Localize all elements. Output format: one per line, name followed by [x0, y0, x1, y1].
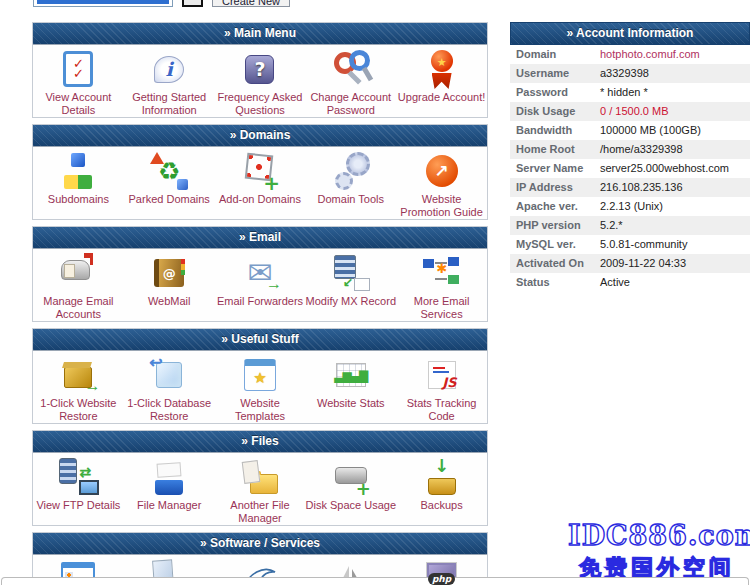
- keys-icon[interactable]: [329, 49, 373, 89]
- menu-item-label[interactable]: More Email Services: [396, 295, 487, 320]
- selected-text-highlight: [37, 0, 169, 4]
- menu-item[interactable]: ▃▆▄▇Website Stats: [305, 351, 396, 423]
- address-book-icon[interactable]: @: [147, 253, 191, 293]
- checklist-icon[interactable]: ✓ ✓: [56, 49, 100, 89]
- account-info-panel: » Account Information Domainhotphoto.com…: [510, 22, 750, 292]
- menu-item-label[interactable]: View Account Details: [33, 91, 124, 116]
- go-button[interactable]: [182, 0, 203, 7]
- menu-item[interactable]: ?Frequency Asked Questions: [215, 45, 306, 117]
- menu-item-label[interactable]: Subdomains: [33, 193, 124, 206]
- menu-item[interactable]: Another File Manager: [215, 453, 306, 525]
- menu-item-label[interactable]: Getting Started Information: [124, 91, 215, 116]
- section-header: » Domains: [33, 125, 487, 147]
- network-cube-plus-icon[interactable]: +: [238, 151, 282, 191]
- database-cube-icon[interactable]: [147, 355, 191, 395]
- menu-item[interactable]: View FTP Details: [33, 453, 124, 525]
- menu-item-label[interactable]: Domain Tools: [305, 193, 396, 206]
- menu-item[interactable]: 1-Click Website Restore: [33, 351, 124, 423]
- info-label: PHP version: [510, 216, 600, 235]
- menu-item[interactable]: ★Upgrade Account!: [396, 45, 487, 117]
- ftp-server-icon[interactable]: [56, 457, 100, 497]
- mail-server-icon[interactable]: [329, 253, 373, 293]
- menu-item[interactable]: 1-Click Database Restore: [124, 351, 215, 423]
- menu-item[interactable]: +Add-on Domains: [215, 147, 306, 219]
- backup-box-icon[interactable]: ↓: [420, 457, 464, 497]
- menu-item-label[interactable]: 1-Click Website Restore: [33, 397, 124, 422]
- menu-item-label[interactable]: View FTP Details: [33, 499, 124, 512]
- menu-item[interactable]: JSStats Tracking Code: [396, 351, 487, 423]
- section-body: Manage Email Accounts@WebMail✉Email Forw…: [33, 249, 487, 321]
- hard-disk-icon[interactable]: +: [329, 457, 373, 497]
- info-value[interactable]: hotphoto.comuf.com: [600, 45, 750, 64]
- flowchart-icon[interactable]: ✱: [420, 253, 464, 293]
- menu-item-label[interactable]: Frequency Asked Questions: [215, 91, 306, 116]
- account-info-row: Usernamea3329398: [510, 64, 750, 83]
- menu-item-label[interactable]: File Manager: [124, 499, 215, 512]
- section-domains: » DomainsSubdomains♻Parked Domains+Add-o…: [32, 124, 488, 220]
- info-label: Domain: [510, 45, 600, 64]
- info-value: 5.2.*: [600, 216, 750, 235]
- menu-item-label[interactable]: Manage Email Accounts: [33, 295, 124, 320]
- folder-icon[interactable]: [238, 457, 282, 497]
- menu-item[interactable]: Modify MX Record: [305, 249, 396, 321]
- menu-item[interactable]: Subdomains: [33, 147, 124, 219]
- account-info-row: StatusActive: [510, 273, 750, 292]
- menu-item-label[interactable]: Disk Space Usage: [305, 499, 396, 512]
- restore-box-icon[interactable]: [56, 355, 100, 395]
- menu-item[interactable]: Change Account Password: [305, 45, 396, 117]
- account-info-rows: Domainhotphoto.comuf.comUsernamea3329398…: [510, 45, 750, 292]
- menu-item-label[interactable]: Website Templates: [215, 397, 306, 422]
- menu-item[interactable]: Domain Tools: [305, 147, 396, 219]
- menu-item-label[interactable]: Website Stats: [305, 397, 396, 410]
- menu-item[interactable]: File Manager: [124, 453, 215, 525]
- menu-item[interactable]: +Disk Space Usage: [305, 453, 396, 525]
- menu-item[interactable]: ★Website Templates: [215, 351, 306, 423]
- menu-item-label[interactable]: Stats Tracking Code: [396, 397, 487, 422]
- section-main-menu: » Main Menu✓ ✓View Account DetailsiGetti…: [32, 22, 488, 118]
- info-value: 216.108.235.136: [600, 178, 750, 197]
- info-value: server25.000webhost.com: [600, 159, 750, 178]
- menu-item[interactable]: @WebMail: [124, 249, 215, 321]
- menu-item-label[interactable]: Parked Domains: [124, 193, 215, 206]
- bar-chart-icon[interactable]: ▃▆▄▇: [329, 355, 373, 395]
- promotion-arrow-icon[interactable]: ↗: [420, 151, 464, 191]
- file-box-icon[interactable]: [147, 457, 191, 497]
- menu-item-label[interactable]: 1-Click Database Restore: [124, 397, 215, 422]
- create-new-button[interactable]: Create New: [212, 0, 290, 7]
- menu-item[interactable]: ↓Backups: [396, 453, 487, 525]
- info-value: * hidden *: [600, 83, 750, 102]
- menu-item[interactable]: iGetting Started Information: [124, 45, 215, 117]
- menu-item[interactable]: ✉Email Forwarders: [215, 249, 306, 321]
- domain-select[interactable]: [33, 0, 173, 7]
- info-label: Bandwidth: [510, 121, 600, 140]
- envelope-forward-icon[interactable]: ✉: [238, 253, 282, 293]
- info-label: Disk Usage: [510, 102, 600, 121]
- recycle-arrows-icon[interactable]: ♻: [147, 151, 191, 191]
- menu-item-label[interactable]: Add-on Domains: [215, 193, 306, 206]
- info-bubble-icon[interactable]: i: [147, 49, 191, 89]
- menu-item-label[interactable]: Upgrade Account!: [396, 91, 487, 104]
- menu-item-label[interactable]: Website Promotion Guide: [396, 193, 487, 218]
- menu-item-label[interactable]: Email Forwarders: [215, 295, 306, 308]
- menu-item-label[interactable]: Modify MX Record: [305, 295, 396, 308]
- account-info-row: Disk Usage0 / 1500.0 MB: [510, 102, 750, 121]
- info-value: 2.2.13 (Unix): [600, 197, 750, 216]
- menu-item[interactable]: ↗Website Promotion Guide: [396, 147, 487, 219]
- menu-item-label[interactable]: WebMail: [124, 295, 215, 308]
- question-mark-icon[interactable]: ?: [238, 49, 282, 89]
- menu-item[interactable]: Manage Email Accounts: [33, 249, 124, 321]
- award-ribbon-icon[interactable]: ★: [420, 49, 464, 89]
- cubes-icon[interactable]: [56, 151, 100, 191]
- menu-item-label[interactable]: Another File Manager: [215, 499, 306, 524]
- gears-icon[interactable]: [329, 151, 373, 191]
- info-label: MySQL ver.: [510, 235, 600, 254]
- menu-item[interactable]: ♻Parked Domains: [124, 147, 215, 219]
- menu-item-label[interactable]: Change Account Password: [305, 91, 396, 116]
- template-window-icon[interactable]: ★: [238, 355, 282, 395]
- menu-item[interactable]: ✱More Email Services: [396, 249, 487, 321]
- js-code-icon[interactable]: JS: [420, 355, 464, 395]
- menu-item[interactable]: ✓ ✓View Account Details: [33, 45, 124, 117]
- menu-item-label[interactable]: Backups: [396, 499, 487, 512]
- account-info-row: Password* hidden *: [510, 83, 750, 102]
- mailbox-icon[interactable]: [56, 253, 100, 293]
